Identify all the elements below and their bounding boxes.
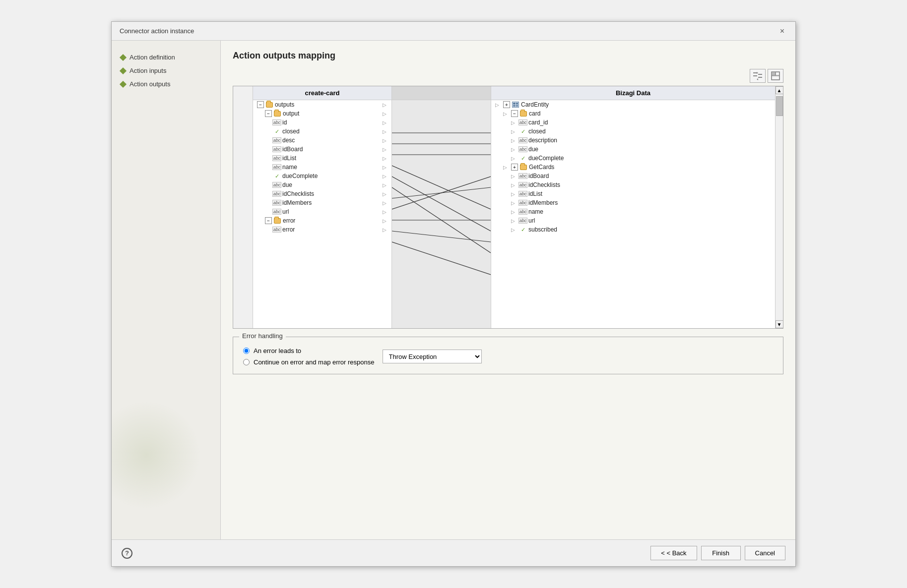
left-arrow: ▷ — [511, 128, 517, 134]
sidebar-item-label: Action outputs — [130, 80, 170, 88]
tree-node-right-closed[interactable]: ▷ ✓ closed — [491, 127, 775, 136]
error-leads-to-option[interactable]: An error leads to — [243, 347, 375, 354]
expand-icon[interactable]: − — [265, 110, 272, 117]
finish-button[interactable]: Finish — [701, 546, 741, 560]
tree-node-url[interactable]: abc url ▷ — [253, 207, 391, 216]
close-button[interactable]: × — [777, 26, 787, 37]
left-arrow: ▷ — [503, 164, 509, 170]
continue-on-error-radio[interactable] — [243, 359, 250, 365]
tree-node-subscribed[interactable]: ▷ ✓ subscribed — [491, 225, 775, 234]
left-arrow: ▷ — [511, 119, 517, 125]
scroll-down-button[interactable]: ▼ — [776, 320, 783, 328]
help-button[interactable]: ? — [122, 548, 132, 559]
left-arrow: ▷ — [511, 191, 517, 197]
abc-icon: abc — [273, 164, 281, 171]
folder-icon — [265, 101, 273, 108]
panel-gutter — [233, 86, 253, 328]
left-arrow: ▷ — [511, 227, 517, 233]
abc-icon: abc — [273, 190, 281, 197]
svg-line-20 — [392, 242, 491, 275]
expand-icon[interactable]: + — [503, 101, 510, 108]
map-toolbar-button[interactable] — [750, 69, 766, 83]
folder-icon — [273, 217, 281, 224]
tree-node-right-idMembers[interactable]: ▷ abc idMembers — [491, 198, 775, 207]
svg-rect-2 — [758, 74, 762, 75]
tree-node-name[interactable]: abc name ▷ — [253, 163, 391, 172]
continue-on-error-option[interactable]: Continue on error and map error response — [243, 358, 375, 366]
tree-node-right-card[interactable]: ▷ − card — [491, 109, 775, 118]
tree-node-id[interactable]: abc id ▷ — [253, 118, 391, 127]
columns-header: create-card Bizagi Data — [253, 86, 775, 100]
tree-node-outputs[interactable]: − outputs ▷ — [253, 100, 391, 109]
error-handling-section: Error handling An error leads to Continu… — [233, 337, 783, 374]
abc-icon: abc — [273, 155, 281, 162]
tree-node-idChecklists[interactable]: abc idChecklists ▷ — [253, 189, 391, 198]
tree-node-CardEntity[interactable]: ▷ + CardEntity — [491, 100, 775, 109]
tree-node-closed[interactable]: ✓ closed ▷ — [253, 127, 391, 136]
tree-node-idList[interactable]: abc idList ▷ — [253, 154, 391, 163]
svg-rect-7 — [772, 72, 776, 75]
layout-toolbar-button[interactable] — [768, 69, 783, 83]
left-arrow: ▷ — [511, 146, 517, 152]
page-title: Action outputs mapping — [233, 51, 783, 61]
main-content: Action definition Action inputs Action o… — [112, 41, 795, 539]
tree-node-right-dueComplete[interactable]: ▷ ✓ dueComplete — [491, 154, 775, 163]
right-arrow: ▷ — [383, 200, 389, 206]
right-arrow: ▷ — [383, 146, 389, 152]
tree-node-idMembers[interactable]: abc idMembers ▷ — [253, 198, 391, 207]
scroll-up-button[interactable]: ▲ — [776, 86, 783, 94]
svg-line-14 — [392, 176, 491, 231]
scroll-thumb[interactable] — [776, 96, 783, 116]
folder-icon — [519, 110, 527, 117]
tree-node-error-group[interactable]: − error ▷ — [253, 216, 391, 225]
left-arrow: ▷ — [511, 218, 517, 224]
tree-node-description[interactable]: ▷ abc description — [491, 136, 775, 145]
cancel-button[interactable]: Cancel — [745, 546, 785, 560]
tree-node-card-id[interactable]: ▷ abc card_id — [491, 118, 775, 127]
expand-icon[interactable]: − — [511, 110, 518, 117]
back-button[interactable]: < < Back — [650, 546, 697, 560]
right-arrow: ▷ — [383, 155, 389, 161]
right-arrow: ▷ — [383, 227, 389, 233]
svg-marker-4 — [757, 72, 758, 74]
tree-node-output[interactable]: − output ▷ — [253, 109, 391, 118]
layout-icon — [771, 71, 780, 80]
tree-node-error[interactable]: abc error ▷ — [253, 225, 391, 234]
tree-node-right-name[interactable]: ▷ abc name — [491, 207, 775, 216]
tree-node-dueComplete[interactable]: ✓ dueComplete ▷ — [253, 172, 391, 180]
tree-node-right-idList[interactable]: ▷ abc idList — [491, 189, 775, 198]
connection-lines — [392, 100, 491, 328]
tree-node-GetCards[interactable]: ▷ + GetCards — [491, 163, 775, 172]
svg-line-17 — [392, 176, 491, 209]
tree-node-right-url[interactable]: ▷ abc url — [491, 216, 775, 225]
expand-icon[interactable]: + — [511, 164, 518, 171]
error-leads-to-radio[interactable] — [243, 348, 250, 354]
left-arrow: ▷ — [495, 102, 501, 108]
expand-icon[interactable]: − — [257, 101, 264, 108]
title-bar: Connector action instance × — [112, 22, 795, 41]
expand-icon[interactable]: − — [265, 217, 272, 224]
tree-node-idBoard[interactable]: abc idBoard ▷ — [253, 145, 391, 154]
continue-on-error-label: Continue on error and map error response — [254, 358, 375, 366]
sidebar-item-action-definition[interactable]: Action definition — [117, 51, 215, 64]
right-arrow: ▷ — [383, 119, 389, 125]
sidebar-item-action-outputs[interactable]: Action outputs — [117, 77, 215, 91]
tree-node-right-due[interactable]: ▷ abc due — [491, 145, 775, 154]
tree-node-due[interactable]: abc due ▷ — [253, 180, 391, 189]
error-leads-to-label: An error leads to — [254, 347, 301, 354]
abc-icon: abc — [519, 181, 527, 188]
diamond-icon — [120, 67, 127, 74]
abc-icon: abc — [519, 217, 527, 224]
right-arrow: ▷ — [383, 173, 389, 179]
footer-buttons: < < Back Finish Cancel — [650, 546, 785, 560]
throw-exception-select[interactable]: Throw Exception — [383, 350, 482, 363]
sidebar-item-action-inputs[interactable]: Action inputs — [117, 64, 215, 77]
tree-node-right-idBoard[interactable]: ▷ abc idBoard — [491, 172, 775, 180]
tree-node-right-idChecklists[interactable]: ▷ abc idChecklists — [491, 180, 775, 189]
right-arrow: ▷ — [383, 137, 389, 143]
tree-node-desc[interactable]: abc desc ▷ — [253, 136, 391, 145]
map-icon — [753, 71, 763, 80]
dialog-title: Connector action instance — [120, 27, 194, 35]
right-arrow: ▷ — [383, 111, 389, 117]
throw-exception-dropdown-container: Throw Exception — [383, 350, 482, 363]
